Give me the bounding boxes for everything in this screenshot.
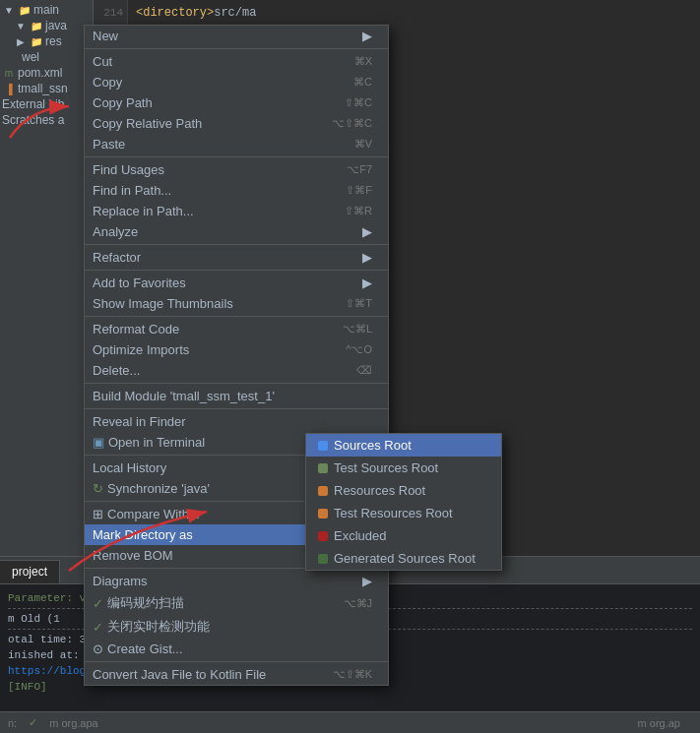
menu-item-replace-in-path[interactable]: Replace in Path... ⇧⌘R xyxy=(85,201,388,221)
tree-label-pom: pom.xml xyxy=(18,66,62,80)
menu-item-convert-kotlin[interactable]: Convert Java File to Kotlin File ⌥⇧⌘K xyxy=(85,664,388,685)
tmall-icon: ▐ xyxy=(2,82,16,95)
menu-item-encoding-scan[interactable]: ✓ 编码规约扫描 ⌥⌘J xyxy=(85,591,388,615)
menu-item-create-gist[interactable]: ⊙ Create Gist... xyxy=(85,639,388,659)
menu-label-reformat: Reformat Code xyxy=(93,322,323,336)
menu-item-paste[interactable]: Paste ⌘V xyxy=(85,134,388,154)
menu-label-refactor: Refactor xyxy=(93,250,354,265)
shortcut-copy-relative: ⌥⇧⌘C xyxy=(332,117,372,130)
menu-label-diagrams: Diagrams xyxy=(93,574,354,588)
menu-separator-3 xyxy=(85,244,388,245)
menu-label-convert-kotlin: Convert Java File to Kotlin File xyxy=(93,667,313,682)
shortcut-cut: ⌘X xyxy=(354,55,372,68)
tree-item-wel[interactable]: wel xyxy=(0,49,93,65)
compare-icon: ⊞ xyxy=(93,507,103,521)
submenu-item-resources-root[interactable]: Resources Root xyxy=(306,479,501,502)
menu-item-add-favorites[interactable]: Add to Favorites ▶ xyxy=(85,273,388,293)
submenu-arrow-favorites: ▶ xyxy=(362,275,372,290)
menu-label-replace-in-path: Replace in Path... xyxy=(93,204,325,218)
tree-label-extlib: External Lib xyxy=(2,97,64,111)
status-n: n: xyxy=(8,717,17,729)
shortcut-delete: ⌫ xyxy=(356,364,372,377)
xml-icon: m xyxy=(2,66,16,80)
menu-item-copy-path[interactable]: Copy Path ⇧⌘C xyxy=(85,92,388,113)
resources-icon xyxy=(318,486,328,496)
submenu-label-sources-root: Sources Root xyxy=(334,438,412,453)
menu-label-reveal-finder: Reveal in Finder xyxy=(93,414,372,429)
shortcut-paste: ⌘V xyxy=(354,138,372,151)
menu-label-encoding-scan: 编码规约扫描 xyxy=(107,594,324,612)
menu-item-find-in-path[interactable]: Find in Path... ⇧⌘F xyxy=(85,180,388,201)
menu-label-find-in-path: Find in Path... xyxy=(93,183,326,198)
submenu-arrow-diagrams: ▶ xyxy=(362,574,372,588)
tree-label-scratches: Scratches a xyxy=(2,113,64,127)
folder-icon-main: 📁 xyxy=(18,3,32,17)
github-icon: ⊙ xyxy=(93,641,103,656)
menu-label-cut: Cut xyxy=(93,54,335,69)
tree-item-tmall[interactable]: ▐ tmall_ssn xyxy=(0,81,93,96)
menu-item-find-usages[interactable]: Find Usages ⌥F7 xyxy=(85,159,388,180)
submenu-label-generated-sources: Generated Sources Root xyxy=(334,551,476,566)
context-menu[interactable]: New ▶ Cut ⌘X Copy ⌘C Copy Path ⇧⌘C Copy … xyxy=(84,25,389,686)
java-folder-icon: 📁 xyxy=(30,19,43,32)
generated-sources-icon xyxy=(318,554,328,564)
check-icon: ✓ xyxy=(93,620,103,635)
code-line-1: <directory>src/ma xyxy=(136,4,692,22)
submenu-mark-directory[interactable]: Sources Root Test Sources Root Resources… xyxy=(305,433,502,571)
status-bar: n: ✓ m org.apa m org.ap xyxy=(0,711,700,733)
menu-label-copy-relative: Copy Relative Path xyxy=(93,116,312,131)
shortcut-copy-path: ⇧⌘C xyxy=(345,96,372,109)
submenu-item-sources-root[interactable]: Sources Root xyxy=(306,434,501,457)
tree-item-java[interactable]: ▼ 📁 java xyxy=(0,18,93,33)
tree-label-res: res xyxy=(45,34,62,48)
menu-item-new[interactable]: New ▶ xyxy=(85,26,388,46)
menu-label-add-favorites: Add to Favorites xyxy=(93,275,354,290)
menu-label-find-usages: Find Usages xyxy=(93,162,327,177)
menu-separator-5 xyxy=(85,316,388,317)
tree-item-main[interactable]: ▼ 📁 main xyxy=(0,2,93,18)
menu-label-copy: Copy xyxy=(93,75,334,90)
status-check-icon: ✓ xyxy=(29,716,37,729)
submenu-item-test-sources-root[interactable]: Test Sources Root xyxy=(306,457,501,479)
menu-label-compare-with: Compare With... xyxy=(107,507,334,521)
shortcut-convert-kotlin: ⌥⇧⌘K xyxy=(333,668,372,681)
menu-item-optimize-imports[interactable]: Optimize Imports ^⌥O xyxy=(85,339,388,360)
menu-item-reformat[interactable]: Reformat Code ⌥⌘L xyxy=(85,319,388,339)
menu-item-delete[interactable]: Delete... ⌫ xyxy=(85,360,388,381)
res-folder-icon: 📁 xyxy=(30,34,43,48)
scan-icon: ✓ xyxy=(93,596,103,611)
submenu-item-excluded[interactable]: Excluded xyxy=(306,524,501,547)
submenu-label-test-sources: Test Sources Root xyxy=(334,460,438,475)
tree-label-java: java xyxy=(45,19,67,32)
menu-item-close-realtime[interactable]: ✓ 关闭实时检测功能 xyxy=(85,615,388,639)
menu-separator-4 xyxy=(85,270,388,271)
menu-item-copy[interactable]: Copy ⌘C xyxy=(85,72,388,92)
menu-item-copy-relative[interactable]: Copy Relative Path ⌥⇧⌘C xyxy=(85,113,388,134)
menu-item-refactor[interactable]: Refactor ▶ xyxy=(85,247,388,268)
submenu-arrow-analyze: ▶ xyxy=(362,224,372,239)
tree-label-tmall: tmall_ssn xyxy=(18,82,68,95)
menu-label-close-realtime: 关闭实时检测功能 xyxy=(107,618,372,636)
tree-item-pom[interactable]: m pom.xml xyxy=(0,65,93,81)
submenu-item-test-resources-root[interactable]: Test Resources Root xyxy=(306,502,501,524)
tab-project[interactable]: project xyxy=(0,560,60,583)
menu-item-diagrams[interactable]: Diagrams ▶ xyxy=(85,571,388,591)
menu-item-analyze[interactable]: Analyze ▶ xyxy=(85,221,388,242)
status-org-ap: m org.ap xyxy=(638,717,680,729)
menu-separator-6 xyxy=(85,383,388,384)
menu-label-analyze: Analyze xyxy=(93,224,354,239)
tree-item-extlib[interactable]: External Lib xyxy=(0,96,93,112)
menu-item-image-thumbnails[interactable]: Show Image Thumbnails ⇧⌘T xyxy=(85,293,388,314)
submenu-arrow-new: ▶ xyxy=(362,29,372,43)
tree-item-scratches[interactable]: Scratches a xyxy=(0,112,93,128)
menu-item-build-module[interactable]: Build Module 'tmall_ssm_test_1' xyxy=(85,386,388,406)
submenu-label-excluded: Excluded xyxy=(334,528,386,543)
submenu-item-generated-sources[interactable]: Generated Sources Root xyxy=(306,547,501,570)
shortcut-encoding: ⌥⌘J xyxy=(344,597,373,610)
shortcut-copy: ⌘C xyxy=(353,76,372,89)
menu-item-cut[interactable]: Cut ⌘X xyxy=(85,51,388,72)
res-icon: ▶ xyxy=(14,34,28,48)
tree-item-res[interactable]: ▶ 📁 res xyxy=(0,33,93,49)
expand-icon-java: ▼ xyxy=(14,19,28,32)
menu-item-reveal-finder[interactable]: Reveal in Finder xyxy=(85,411,388,432)
